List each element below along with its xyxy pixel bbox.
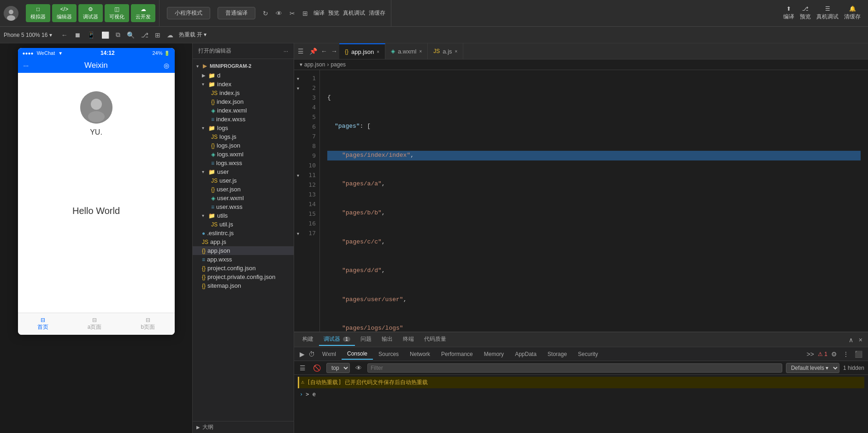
tab-a-js[interactable]: JS a.js ×	[428, 43, 463, 59]
visual-btn[interactable]: ◫ 可视化	[105, 4, 129, 22]
phone-tab-b[interactable]: ⊟ b页面	[141, 317, 155, 331]
message-btn[interactable]: 🔔 清缓存	[844, 6, 861, 21]
close-tab-a-js[interactable]: ×	[455, 49, 458, 54]
dock-btn[interactable]: ⬛	[853, 350, 864, 359]
debugger-btn[interactable]: ⚙ 调试器	[78, 4, 103, 22]
devtools-sec-sources[interactable]: Sources	[373, 349, 404, 359]
phone-icon-btn[interactable]: 📱	[85, 30, 97, 40]
code-area[interactable]: { "pages": [ "pages/index/index", "pages…	[320, 70, 868, 332]
file-item-index-wxml[interactable]: ◈ index.wxml	[193, 106, 294, 115]
devtools-tab-issues[interactable]: 问题	[356, 333, 376, 346]
back-nav-btn[interactable]: ←	[319, 47, 329, 56]
refresh-btn[interactable]: ↻	[261, 9, 270, 18]
devtools-sec-console[interactable]: Console	[342, 349, 373, 360]
forward-nav-btn[interactable]: →	[329, 47, 339, 56]
devtools-tab-terminal[interactable]: 终端	[398, 333, 419, 346]
file-item-project-config[interactable]: {} project.config.json	[193, 264, 294, 273]
devtools-sec-network[interactable]: Network	[404, 349, 436, 359]
close-tab-a-wxml[interactable]: ×	[419, 49, 422, 54]
settings-btn[interactable]: ⚙	[829, 350, 839, 359]
cut-btn[interactable]: ✂	[288, 9, 297, 18]
layers-btn[interactable]: ⊞	[301, 9, 310, 18]
devtools-tab-quality[interactable]: 代码质量	[419, 333, 451, 346]
file-item-user-wxml[interactable]: ◈ user.wxml	[193, 194, 294, 202]
grid-icon-btn[interactable]: ⊞	[153, 30, 162, 40]
cloud2-icon-btn[interactable]: ☁	[165, 30, 175, 40]
compile-dropdown[interactable]: 普通编译	[218, 7, 255, 19]
devtools-sec-storage[interactable]: Storage	[542, 349, 573, 359]
console-input-line[interactable]: › > e	[298, 389, 864, 399]
copy-icon-btn[interactable]: ⧉	[114, 30, 122, 40]
file-item-index-wxss[interactable]: ≡ index.wxss	[193, 115, 294, 124]
stop-btn[interactable]: ⏹	[72, 30, 83, 40]
file-item-utils-folder[interactable]: ▾ 📁 utils	[193, 211, 294, 220]
cloud-btn[interactable]: ☁ 云开发	[131, 4, 155, 22]
console-sidebar-btn[interactable]: ☰	[298, 363, 307, 373]
file-item-eslintrc[interactable]: ● .eslintrc.js	[193, 229, 294, 237]
back-btn[interactable]: ←	[59, 30, 70, 40]
console-level-select[interactable]: Default levels ▾	[786, 363, 839, 373]
devtools-sec-appdata[interactable]: AppData	[509, 349, 542, 359]
more-icon[interactable]: ···	[283, 48, 288, 54]
branch-icon-btn[interactable]: ⎇	[139, 30, 150, 40]
tab-app-json[interactable]: {} app.json ×	[339, 43, 385, 59]
console-run-btn[interactable]: ▶	[298, 350, 307, 359]
phone-tab-a[interactable]: ⊟ a页面	[88, 317, 102, 331]
file-item-logs-json[interactable]: {} logs.json	[193, 141, 294, 150]
sidebar-toggle-btn[interactable]: ☰	[294, 47, 307, 55]
eye-btn[interactable]: 👁	[274, 9, 284, 18]
devtools-sec-memory[interactable]: Memory	[478, 349, 509, 359]
collapse-devtools-btn[interactable]: ∧	[847, 335, 855, 344]
console-eye-btn[interactable]: 👁	[354, 363, 364, 373]
console-timer-btn[interactable]: ⏱	[307, 350, 317, 359]
close-devtools-btn[interactable]: ×	[857, 335, 864, 344]
devtools-tab-output[interactable]: 输出	[377, 333, 397, 346]
file-item-project-private[interactable]: {} project.private.config.json	[193, 273, 294, 281]
breadcrumb-file[interactable]: app.json	[304, 61, 325, 68]
file-item-logs-wxml[interactable]: ◈ logs.wxml	[193, 150, 294, 159]
devtools-tab-debugger[interactable]: 调试器 1	[319, 333, 355, 346]
file-item-logs-js[interactable]: JS logs.js	[193, 132, 294, 141]
console-context-select[interactable]: top	[326, 363, 350, 373]
detail-btn[interactable]: ☰ 真机调试	[816, 6, 838, 21]
breadcrumb-section[interactable]: pages	[331, 61, 346, 68]
phone-tab-home[interactable]: ⊟ 首页	[37, 317, 48, 331]
file-item-index-js[interactable]: JS index.js	[193, 89, 294, 97]
close-tab-app-json[interactable]: ×	[377, 49, 379, 54]
file-item-user-folder[interactable]: ▾ 📁 user	[193, 167, 294, 176]
file-item-user-js[interactable]: JS user.js	[193, 176, 294, 185]
outline-section[interactable]: ▶ 大纲	[193, 421, 294, 433]
file-item-logs-folder[interactable]: ▾ 📁 logs	[193, 124, 294, 132]
mode-dropdown[interactable]: 小程序模式	[167, 7, 210, 19]
device-label[interactable]: Phone 5 100% 16 ▾	[4, 32, 52, 38]
devtools-sec-performance[interactable]: Performance	[436, 349, 478, 359]
file-item-d[interactable]: ▶ 📁 d	[193, 71, 294, 80]
tablet-icon-btn[interactable]: ⬜	[100, 30, 111, 40]
fold-11[interactable]: ▾	[294, 171, 301, 180]
hotreload-btn[interactable]: 热重载 开 ▾	[179, 31, 207, 39]
file-item-app-json[interactable]: {} app.json	[193, 246, 294, 255]
search-icon-btn[interactable]: 🔍	[125, 30, 136, 40]
devtools-sec-security[interactable]: Security	[573, 349, 603, 359]
upload-btn[interactable]: ⬆ 编译	[783, 6, 794, 21]
file-item-logs-wxss[interactable]: ≡ logs.wxss	[193, 159, 294, 167]
file-item-sitemap[interactable]: {} sitemap.json	[193, 281, 294, 290]
devtools-sec-wxml[interactable]: Wxml	[317, 349, 342, 359]
file-item-user-json[interactable]: {} user.json	[193, 185, 294, 194]
fold-1[interactable]: ▾	[294, 74, 301, 83]
console-filter-input[interactable]	[367, 363, 782, 373]
tab-a-wxml[interactable]: ◈ a.wxml ×	[385, 43, 428, 59]
file-item-user-wxss[interactable]: ≡ user.wxss	[193, 202, 294, 211]
version-btn[interactable]: ⎇ 预览	[800, 6, 811, 21]
console-clear-btn[interactable]: 🚫	[311, 363, 323, 373]
more-tabs-btn[interactable]: >>	[805, 350, 816, 359]
file-item-index-folder[interactable]: ▾ 📁 index	[193, 80, 294, 89]
pin-btn[interactable]: 📌	[307, 47, 319, 56]
devtools-tab-build[interactable]: 构建	[298, 333, 318, 346]
fold-17[interactable]: ▾	[294, 229, 301, 238]
file-item-app-js[interactable]: JS app.js	[193, 237, 294, 246]
file-section-miniprogram[interactable]: ▾ ▶ MINIPROGRAM-2	[193, 61, 294, 71]
more-options-btn[interactable]: ⋮	[841, 350, 851, 359]
simulator-btn[interactable]: □ 模拟器	[26, 4, 50, 22]
file-item-index-json[interactable]: {} index.json	[193, 97, 294, 106]
